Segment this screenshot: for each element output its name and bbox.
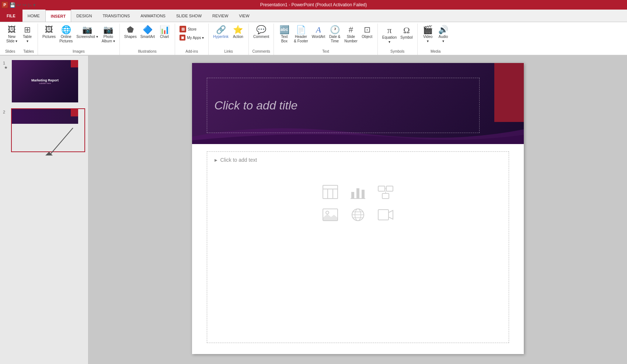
customize-icon[interactable]: ▾: [33, 2, 36, 8]
online-pictures-button[interactable]: 🌐 OnlinePictures: [58, 25, 74, 44]
slide-number-2: 2: [3, 110, 9, 114]
canvas-area[interactable]: Click to add title ▶ Click to add text: [88, 56, 627, 364]
content-icons-row-2: [320, 206, 396, 224]
wordart-label: WordArt: [312, 35, 325, 39]
new-slide-button[interactable]: 🖼 NewSlide ▾: [4, 25, 19, 44]
present-icon[interactable]: ▷: [28, 2, 32, 8]
equation-icon: π: [387, 26, 391, 35]
my-apps-button[interactable]: ▣ My Apps ▾: [178, 34, 205, 41]
tab-file[interactable]: FILE: [0, 10, 22, 22]
action-icon: ⭐: [233, 26, 243, 34]
smartart-button[interactable]: 🔷 SmartArt: [139, 25, 156, 40]
new-slide-icon: 🖼: [8, 26, 16, 34]
header-footer-button[interactable]: 📄 Header& Footer: [292, 25, 309, 44]
table-icon: ⊞: [24, 26, 31, 34]
equation-label: Equation▾: [382, 35, 397, 44]
textbox-label: TextBox: [281, 35, 288, 43]
tab-home[interactable]: HOME: [22, 10, 45, 22]
slide-content-area[interactable]: ▶ Click to add text: [207, 151, 509, 343]
insert-table-icon[interactable]: [320, 183, 340, 201]
tab-insert[interactable]: INSERT: [45, 10, 71, 22]
insert-smartart-icon[interactable]: [375, 183, 396, 201]
slide-panel: 1 ★ Marketing Report subtitle here 2: [0, 56, 88, 364]
ribbon-group-text: 🔤 TextBox 📄 Header& Footer A WordArt 🕐 D…: [274, 24, 377, 55]
screenshot-button[interactable]: 📷 Screenshot ▾: [75, 25, 99, 40]
shapes-button[interactable]: ⬟ Shapes: [123, 25, 138, 40]
smartart-icon: 🔷: [143, 26, 153, 34]
tab-animations[interactable]: ANIMATIONS: [135, 10, 171, 22]
textbox-button[interactable]: 🔤 TextBox: [277, 25, 292, 44]
audio-button[interactable]: 🔊 Audio▾: [436, 25, 451, 44]
ribbon-group-comments: 💬 Comment Comments: [249, 24, 274, 55]
slide-number-button[interactable]: # SlideNumber: [343, 25, 359, 44]
table-placeholder-icon: [322, 185, 338, 199]
hyperlink-icon: 🔗: [216, 26, 226, 34]
slide-thumbnail-1[interactable]: 1 ★ Marketing Report subtitle here: [3, 59, 85, 103]
links-group-items: 🔗 Hyperlink ⭐ Action: [212, 24, 245, 49]
tab-review[interactable]: REVIEW: [207, 10, 234, 22]
photo-album-label: PhotoAlbum ▾: [102, 35, 115, 43]
date-time-button[interactable]: 🕐 Date &Time: [327, 25, 342, 44]
quick-access-toolbar[interactable]: P 💾 ↩ ↪ ▷ ▾: [0, 0, 36, 10]
window-title: Presentation1 - PowerPoint (Product Acti…: [260, 2, 367, 7]
insert-online-picture-icon[interactable]: [348, 206, 368, 224]
smartart-label: SmartArt: [140, 35, 155, 39]
images-group-label: Images: [41, 49, 116, 55]
wordart-button[interactable]: A WordArt: [310, 25, 327, 40]
slide-thumb-container-1[interactable]: Marketing Report subtitle here: [11, 59, 85, 103]
textbox-icon: 🔤: [279, 26, 289, 34]
ribbon-group-images: 🖼 Pictures 🌐 OnlinePictures 📷 Screenshot…: [38, 24, 120, 55]
ribbon-group-addins: ⊞ Store ▣ My Apps ▾ Add-ins: [175, 24, 209, 55]
slide-number-icon: #: [349, 26, 353, 34]
save-icon[interactable]: 💾: [10, 2, 15, 8]
svg-rect-12: [382, 193, 389, 199]
chart-placeholder-icon: [350, 185, 366, 199]
slide-thumbnail-2[interactable]: 2: [3, 108, 85, 152]
media-group-items: 🎬 Video▾ 🔊 Audio▾: [421, 24, 451, 49]
equation-button[interactable]: π Equation▾: [381, 25, 398, 45]
undo-icon[interactable]: ↩: [17, 2, 21, 8]
content-icons-grid: [207, 168, 509, 239]
insert-chart-icon[interactable]: [348, 183, 368, 201]
slide1-corner-decoration: [71, 60, 78, 67]
slide-thumb-container-2[interactable]: [11, 108, 85, 152]
slide-content-text: ▶ Click to add text: [207, 152, 509, 168]
ribbon-group-illustrations: ⬟ Shapes 🔷 SmartArt 📊 Chart Illustration…: [120, 24, 175, 55]
shapes-label: Shapes: [124, 35, 137, 39]
hyperlink-button[interactable]: 🔗 Hyperlink: [212, 25, 230, 40]
slides-group-items: 🖼 NewSlide ▾ ⊞ Table▾: [4, 24, 35, 49]
pictures-icon: 🖼: [45, 26, 53, 34]
comment-button[interactable]: 💬 Comment: [252, 25, 271, 40]
comment-icon: 💬: [256, 26, 266, 34]
slide1-thumb-subtitle: subtitle here: [39, 82, 51, 84]
tab-transitions[interactable]: TRANSITIONS: [97, 10, 135, 22]
store-button[interactable]: ⊞ Store: [178, 25, 205, 33]
chart-icon: 📊: [160, 26, 170, 34]
insert-picture-icon[interactable]: [320, 206, 340, 224]
slide-title-placeholder-box[interactable]: Click to add title: [207, 78, 480, 133]
tab-slideshow[interactable]: SLIDE SHOW: [171, 10, 207, 22]
symbol-button[interactable]: Ω Symbol: [399, 25, 414, 41]
table-button[interactable]: ⊞ Table▾: [20, 25, 35, 44]
video-button[interactable]: 🎬 Video▾: [421, 25, 435, 44]
ribbon-group-media: 🎬 Video▾ 🔊 Audio▾ Media: [418, 24, 454, 55]
slide-canvas[interactable]: Click to add title ▶ Click to add text: [192, 63, 524, 354]
screenshot-icon: 📷: [82, 26, 92, 34]
object-button[interactable]: ⊡ Object: [360, 25, 375, 40]
symbols-group-label: Symbols: [381, 49, 414, 55]
symbol-label: Symbol: [400, 35, 412, 40]
photo-album-button[interactable]: 📷 PhotoAlbum ▾: [100, 25, 116, 44]
header-footer-icon: 📄: [296, 26, 306, 34]
action-button[interactable]: ⭐ Action: [231, 25, 245, 40]
insert-video-icon[interactable]: [375, 206, 396, 224]
tab-view[interactable]: VIEW: [234, 10, 255, 22]
addins-group-items: ⊞ Store ▣ My Apps ▾: [178, 24, 205, 49]
slide-content-placeholder-text: Click to add text: [220, 157, 257, 163]
video-label: Video▾: [423, 35, 432, 43]
chart-button[interactable]: 📊 Chart: [157, 25, 172, 40]
redo-icon[interactable]: ↪: [22, 2, 27, 8]
slide-number-label: SlideNumber: [344, 35, 358, 43]
pictures-button[interactable]: 🖼 Pictures: [41, 25, 57, 40]
slide1-thumb-title: Marketing Report: [31, 78, 59, 82]
tab-design[interactable]: DESIGN: [71, 10, 97, 22]
